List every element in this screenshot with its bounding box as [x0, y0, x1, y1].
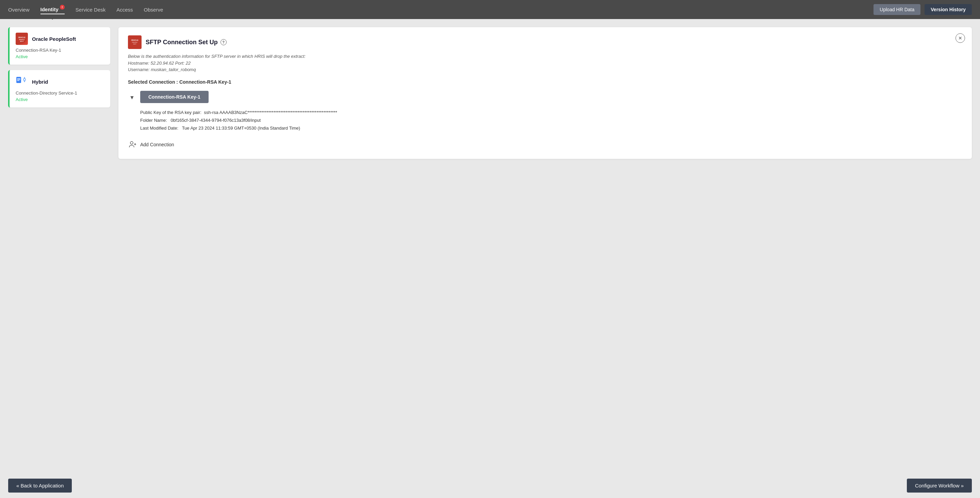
sftp-panel: ORACLE PEOPLE SOFT SFTP Connection Set U… [118, 27, 972, 465]
version-history-button[interactable]: Version History [924, 4, 972, 15]
nav-actions: Upload HR Data Version History [873, 4, 972, 15]
svg-rect-6 [17, 79, 21, 80]
connection-dropdown-wrapper: ▼ Connection-RSA Key-1 [128, 91, 962, 103]
upload-hr-data-button[interactable]: Upload HR Data [873, 4, 920, 15]
hybrid-card-title: Hybrid [32, 79, 48, 85]
chevron-down-icon[interactable]: ▼ [128, 94, 136, 102]
sftp-desc-line3: Username: muskan_tailor_robomq [128, 66, 962, 73]
sftp-icon-svg: ORACLE PEOPLE SOFT [129, 37, 140, 48]
sftp-oracle-icon: ORACLE PEOPLE SOFT [128, 35, 142, 49]
connection-details: Public Key of the RSA key pair: ssh-rsa … [128, 108, 962, 132]
nav-item-access[interactable]: Access [116, 5, 133, 14]
svg-rect-5 [17, 78, 21, 79]
svg-text:SOFT: SOFT [133, 43, 137, 45]
configure-workflow-button[interactable]: Configure Workflow » [907, 479, 972, 493]
hybrid-logo [16, 75, 28, 88]
svg-rect-7 [17, 80, 19, 81]
identity-notification-dot: ! [60, 5, 65, 10]
connections-sidebar: ORACLE PEOPLE SOFT Oracle PeopleSoft Con… [8, 27, 110, 465]
selected-connection-label: Selected Connection : [128, 79, 178, 85]
selected-connection-value: Connection-RSA Key-1 [179, 79, 231, 85]
svg-text:PEOPLE: PEOPLE [132, 41, 137, 43]
add-connection[interactable]: Add Connection [128, 138, 962, 151]
oracle-logo: ORACLE PEOPLE SOFT [16, 33, 28, 45]
help-icon[interactable]: ? [221, 39, 227, 45]
sftp-card-header: ORACLE PEOPLE SOFT SFTP Connection Set U… [128, 35, 962, 49]
oracle-card-subtitle: Connection-RSA Key-1 [16, 48, 104, 53]
svg-text:SOFT: SOFT [20, 40, 24, 42]
add-connection-label: Add Connection [140, 142, 174, 147]
hybrid-logo-svg [16, 75, 28, 88]
top-navigation: Overview Identity ! Service Desk Access … [0, 0, 980, 19]
back-to-application-button[interactable]: « Back to Application [8, 479, 72, 493]
sftp-connection-card: ORACLE PEOPLE SOFT SFTP Connection Set U… [118, 27, 972, 159]
last-modified-value: Tue Apr 23 2024 11:33:59 GMT+0530 (India… [180, 126, 300, 130]
hybrid-card-header: Hybrid [16, 75, 104, 88]
sftp-desc-line2: Hostname: 52.20.94.62 Port: 22 [128, 60, 962, 67]
oracle-peoplesoft-card[interactable]: ORACLE PEOPLE SOFT Oracle PeopleSoft Con… [8, 27, 110, 65]
hybrid-card-subtitle: Connection-Directory Service-1 [16, 91, 104, 95]
svg-text:ORACLE: ORACLE [18, 37, 25, 38]
nav-identity-label: Identity [40, 6, 59, 12]
close-button[interactable]: ✕ [956, 33, 965, 43]
folder-name-row: Folder Name: 0bf165cf-3847-4344-9794-f07… [140, 116, 962, 124]
folder-name-value-text: 0bf165cf-3847-4344-9794-f076c13a3f08/inp… [171, 118, 261, 123]
main-content: ORACLE PEOPLE SOFT Oracle PeopleSoft Con… [0, 19, 980, 473]
sftp-description: Below is the authentication information … [128, 53, 962, 73]
last-modified-row: Last Modified Date: Tue Apr 23 2024 11:3… [140, 124, 962, 132]
svg-text:ORACLE: ORACLE [131, 39, 138, 41]
folder-name-label: Folder Name: [140, 118, 167, 123]
public-key-row: Public Key of the RSA key pair: ssh-rsa … [140, 108, 962, 116]
last-modified-label: Last Modified Date: [140, 126, 178, 130]
sftp-desc-line1: Below is the authentication information … [128, 53, 962, 60]
nav-item-overview[interactable]: Overview [8, 5, 30, 14]
oracle-card-title: Oracle PeopleSoft [32, 36, 76, 42]
connection-rsa-key-button[interactable]: Connection-RSA Key-1 [140, 91, 208, 103]
hybrid-card-status: Active [16, 97, 104, 102]
nav-item-service-desk[interactable]: Service Desk [76, 5, 105, 14]
last-modified-value-text: Tue Apr 23 2024 11:33:59 GMT+0530 (India… [182, 126, 300, 130]
svg-point-15 [130, 142, 133, 144]
sftp-title: SFTP Connection Set Up ? [146, 39, 227, 46]
hybrid-card[interactable]: Hybrid Connection-Directory Service-1 Ac… [8, 70, 110, 108]
folder-name-value: 0bf165cf-3847-4344-9794-f076c13a3f08/inp… [168, 118, 261, 123]
add-person-icon [128, 140, 137, 150]
footer: « Back to Application Configure Workflow… [0, 473, 980, 498]
oracle-logo-svg: ORACLE PEOPLE SOFT [17, 34, 27, 44]
nav-item-observe[interactable]: Observe [144, 5, 163, 14]
nav-item-identity[interactable]: Identity ! [40, 5, 65, 14]
svg-point-10 [24, 79, 25, 80]
close-icon: ✕ [958, 35, 962, 41]
selected-connection-row: Selected Connection : Connection-RSA Key… [128, 79, 962, 85]
public-key-label: Public Key of the RSA key pair: [140, 110, 202, 115]
oracle-card-header: ORACLE PEOPLE SOFT Oracle PeopleSoft [16, 33, 104, 45]
public-key-value: ssh-rsa AAAAB3NzaC**********************… [203, 110, 337, 115]
oracle-card-status: Active [16, 54, 104, 59]
sftp-title-text: SFTP Connection Set Up [146, 39, 218, 46]
public-key-value-text: ssh-rsa AAAAB3NzaC**********************… [204, 110, 337, 115]
nav-items: Overview Identity ! Service Desk Access … [8, 5, 873, 14]
add-person-svg [129, 140, 137, 149]
